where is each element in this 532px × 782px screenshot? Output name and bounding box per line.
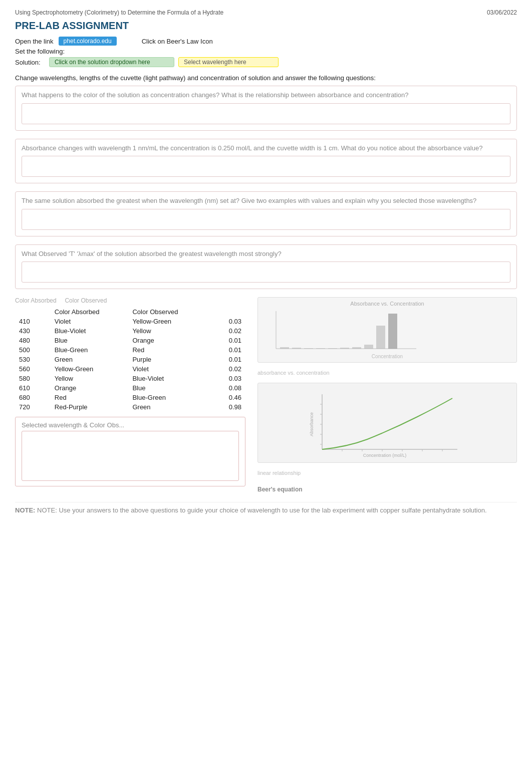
sub-answer-box[interactable] — [22, 431, 239, 481]
col-header-val — [206, 307, 245, 317]
cell-color-absorbed: Yellow-Green — [51, 364, 129, 374]
svg-rect-10 — [376, 326, 385, 349]
beers-law-curve-svg: Concentration (mol/L) Absorbance — [261, 389, 513, 459]
svg-rect-2 — [280, 347, 289, 349]
cell-wavelength: 480 — [15, 336, 51, 345]
set-following-label: Set the following: — [15, 48, 65, 55]
note-text: NOTE: Use your answers to the above ques… — [37, 506, 487, 514]
cell-color-absorbed: Green — [51, 355, 129, 364]
cell-value: 0.08 — [206, 383, 245, 393]
svg-rect-4 — [304, 348, 313, 349]
cell-value: 0.02 — [206, 326, 245, 336]
top-graph-label: Absorbance vs. Concentration — [261, 301, 513, 307]
top-graph-box: Absorbance vs. Concentration — [257, 297, 517, 363]
graph-side-label-2: linear relationship — [257, 470, 517, 476]
svg-rect-6 — [328, 348, 337, 349]
cell-color-observed: Purple — [128, 355, 206, 364]
table-row: 720 Red-Purple Green 0.98 — [15, 402, 245, 412]
table-row: 500 Blue-Green Red 0.01 — [15, 345, 245, 355]
col-header-wl — [15, 307, 51, 317]
cell-value: 0.98 — [206, 402, 245, 412]
question-text-1: What happens to the color of the solutio… — [22, 90, 510, 100]
answer-box-2[interactable] — [22, 156, 510, 177]
table-row: 610 Orange Blue 0.08 — [15, 383, 245, 393]
cell-color-observed: Red — [128, 345, 206, 355]
table-left: Color Absorbed Color Observed Color Abso… — [15, 297, 245, 493]
cell-color-observed: Violet — [128, 364, 206, 374]
question-block-2: Absorbance changes with wavelength 1 nm/… — [15, 139, 517, 184]
table-top-text: Color Absorbed Color Observed — [15, 297, 245, 304]
cell-color-absorbed: Red — [51, 393, 129, 402]
table-row: 580 Yellow Blue-Violet 0.03 — [15, 374, 245, 383]
cell-color-absorbed: Red-Purple — [51, 402, 129, 412]
svg-rect-8 — [352, 347, 361, 349]
section-title: PRE-LAB ASSIGNMENT — [15, 20, 517, 32]
question-block-4: What Observed 'T' 'λmax' of the solution… — [15, 244, 517, 290]
instruction-text: Change wavelengths, lengths of the cuvet… — [15, 74, 517, 82]
cell-wavelength: 560 — [15, 364, 51, 374]
cell-value: 0.01 — [206, 336, 245, 345]
cell-color-absorbed: Blue-Green — [51, 345, 129, 355]
cell-color-observed: Blue — [128, 383, 206, 393]
bottom-note: NOTE: NOTE: Use your answers to the abov… — [15, 502, 517, 514]
answer-box-4[interactable] — [22, 262, 510, 283]
svg-rect-5 — [316, 348, 325, 349]
cell-wavelength: 580 — [15, 374, 51, 383]
question-text-2: Absorbance changes with wavelength 1 nm/… — [22, 143, 510, 153]
header-date: 03/06/2022 — [487, 9, 517, 16]
link-button[interactable]: phet.colorado.edu — [59, 37, 117, 46]
cell-color-observed: Yellow-Green — [128, 317, 206, 326]
answer-box-1[interactable] — [22, 103, 510, 124]
answer-box-3[interactable] — [22, 209, 510, 230]
open-link-label: Open the link — [15, 38, 54, 45]
cell-wavelength: 680 — [15, 393, 51, 402]
cell-wavelength: 430 — [15, 326, 51, 336]
table-section: Color Absorbed Color Observed Color Abso… — [15, 297, 517, 493]
cell-color-observed: Blue-Violet — [128, 374, 206, 383]
col-header-observed: Color Observed — [128, 307, 206, 317]
table-row: 530 Green Purple 0.01 — [15, 355, 245, 364]
cell-wavelength: 500 — [15, 345, 51, 355]
cell-color-observed: Blue-Green — [128, 393, 206, 402]
svg-rect-7 — [340, 348, 349, 349]
table-row: 560 Yellow-Green Violet 0.02 — [15, 364, 245, 374]
cell-value: 0.46 — [206, 393, 245, 402]
table-row: 430 Blue-Violet Yellow 0.02 — [15, 326, 245, 336]
svg-rect-3 — [292, 348, 301, 349]
table-row: 480 Blue Orange 0.01 — [15, 336, 245, 345]
sub-question-block: Selected wavelength & Color Obs... — [15, 417, 245, 486]
cell-wavelength: 720 — [15, 402, 51, 412]
solution-label: Solution: — [15, 59, 45, 66]
solution-dropdown[interactable]: Click on the solution dropdown here — [49, 57, 174, 67]
open-link-row: Open the link phet.colorado.edu Click on… — [15, 37, 517, 46]
sub-question-title: Selected wavelength & Color Obs... — [22, 421, 239, 429]
header: Using Spectrophotometry (Colorimetry) to… — [15, 9, 517, 16]
question-block-1: What happens to the color of the solutio… — [15, 86, 517, 131]
cell-value: 0.02 — [206, 364, 245, 374]
cell-wavelength: 530 — [15, 355, 51, 364]
table-row: 410 Violet Yellow-Green 0.03 — [15, 317, 245, 326]
note-label: NOTE: — [15, 506, 37, 514]
cell-color-absorbed: Violet — [51, 317, 129, 326]
click-instruction: Click on Beer's Law Icon — [142, 38, 213, 45]
cell-color-absorbed: Yellow — [51, 374, 129, 383]
svg-rect-11 — [388, 314, 397, 349]
set-following-row: Set the following: — [15, 48, 517, 55]
header-title: Using Spectrophotometry (Colorimetry) to… — [15, 9, 223, 16]
question-text-3: The same solution absorbed the greatest … — [22, 196, 510, 206]
cell-color-absorbed: Blue — [51, 336, 129, 345]
x-axis-label: Concentration — [261, 354, 513, 359]
cell-color-absorbed: Blue-Violet — [51, 326, 129, 336]
cell-value: 0.03 — [206, 374, 245, 383]
cell-color-observed: Orange — [128, 336, 206, 345]
svg-text:Absorbance: Absorbance — [309, 412, 314, 436]
page: Using Spectrophotometry (Colorimetry) to… — [0, 0, 532, 782]
svg-rect-9 — [364, 345, 373, 349]
graph-side-label-1: absorbance vs. concentration — [257, 370, 517, 376]
col-header-absorbed: Color Absorbed — [51, 307, 129, 317]
question-text-4: What Observed 'T' 'λmax' of the solution… — [22, 249, 510, 259]
cell-value: 0.03 — [206, 317, 245, 326]
cell-wavelength: 610 — [15, 383, 51, 393]
table-row: 680 Red Blue-Green 0.46 — [15, 393, 245, 402]
wavelength-select[interactable]: Select wavelength here — [178, 57, 279, 67]
